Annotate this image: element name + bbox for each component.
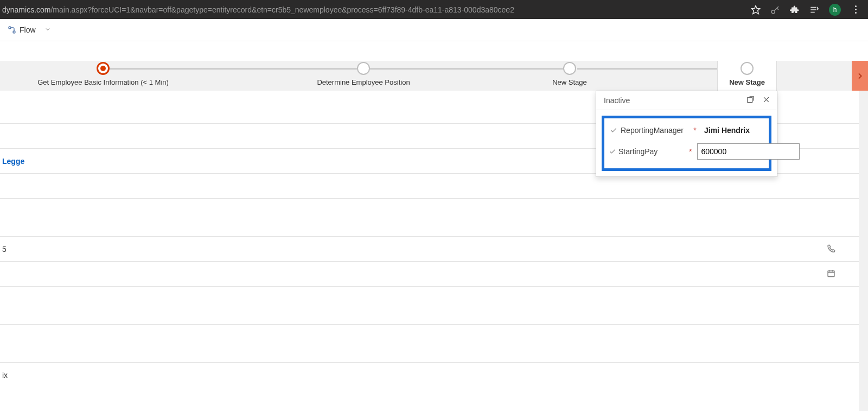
- form-row[interactable]: ix: [0, 362, 868, 387]
- calendar-icon[interactable]: [827, 269, 835, 279]
- svg-marker-0: [752, 5, 760, 14]
- address-bar[interactable]: dynamics.com/main.aspx?forceUCI=1&navbar…: [2, 5, 751, 14]
- stage-4-label: New Stage: [729, 78, 765, 86]
- trailing-fragment: ix: [2, 371, 8, 380]
- svg-point-3: [13, 31, 15, 33]
- form-row[interactable]: [0, 324, 868, 362]
- num-fragment: 5: [2, 245, 7, 254]
- flow-button[interactable]: Flow: [3, 23, 55, 36]
- browser-chrome: dynamics.com/main.aspx?forceUCI=1&navbar…: [0, 0, 868, 19]
- check-icon: [609, 127, 618, 134]
- dock-icon[interactable]: [746, 96, 755, 105]
- command-bar: Flow: [0, 19, 868, 41]
- link-fragment[interactable]: Legge: [2, 157, 24, 166]
- date-row[interactable]: [0, 261, 868, 286]
- required-asterisk: *: [691, 126, 699, 135]
- process-flow: Get Employee Basic Information (< 1 Min)…: [0, 61, 868, 91]
- stage-circle: [357, 62, 370, 75]
- reporting-manager-label: ReportingManager: [621, 126, 691, 135]
- vertical-scrollbar[interactable]: [859, 91, 868, 411]
- svg-point-1: [771, 10, 775, 13]
- key-icon[interactable]: [770, 5, 780, 15]
- stage-3-label: New Stage: [552, 78, 587, 86]
- star-icon[interactable]: [751, 5, 761, 15]
- stage-3[interactable]: New Stage: [537, 61, 602, 86]
- extensions-icon[interactable]: [790, 5, 800, 15]
- starting-pay-label: StartingPay: [618, 147, 689, 156]
- starting-pay-row[interactable]: StartingPay *: [607, 139, 767, 164]
- svg-rect-4: [748, 98, 752, 103]
- next-stage-arrow[interactable]: [852, 61, 868, 91]
- profile-avatar[interactable]: h: [829, 4, 841, 16]
- reading-list-icon[interactable]: [809, 5, 819, 15]
- check-icon: [609, 148, 616, 155]
- flyout-body: ReportingManager * Jimi Hendrix Starting…: [602, 116, 771, 171]
- stage-circle: [741, 62, 754, 75]
- stage-1[interactable]: Get Employee Basic Information (< 1 Min): [33, 61, 174, 86]
- flyout-header: Inactive: [596, 91, 777, 110]
- reporting-manager-row[interactable]: ReportingManager * Jimi Hendrix: [607, 122, 767, 139]
- kebab-menu-icon[interactable]: [851, 5, 860, 15]
- form-row[interactable]: [0, 286, 868, 324]
- chevron-down-icon: [44, 26, 51, 34]
- phone-row[interactable]: 5: [0, 236, 868, 261]
- required-asterisk: *: [689, 147, 692, 156]
- browser-actions: h: [751, 4, 864, 16]
- flow-label: Flow: [20, 26, 36, 34]
- svg-point-2: [9, 27, 11, 29]
- stage-2-label: Determine Employee Position: [317, 78, 410, 86]
- phone-icon[interactable]: [827, 244, 835, 254]
- svg-rect-7: [828, 270, 834, 276]
- url-path: /main.aspx?forceUCI=1&navbar=off&pagetyp…: [50, 5, 514, 14]
- stage-1-label: Get Employee Basic Information (< 1 Min): [37, 78, 169, 86]
- stage-2[interactable]: Determine Employee Position: [309, 61, 418, 86]
- flyout-status: Inactive: [604, 96, 630, 105]
- url-host: dynamics.com: [2, 5, 50, 14]
- profile-letter: h: [833, 6, 837, 14]
- flow-icon: [8, 26, 16, 34]
- stage-flyout: Inactive ReportingManager * Jimi Hendrix…: [596, 91, 777, 177]
- form-row[interactable]: [0, 198, 868, 236]
- reporting-manager-value: Jimi Hendrix: [699, 126, 764, 135]
- stage-4[interactable]: New Stage: [717, 61, 777, 91]
- stage-circle: [563, 62, 576, 75]
- stage-circle-active: [97, 62, 110, 75]
- close-icon[interactable]: [762, 96, 770, 105]
- starting-pay-input[interactable]: [697, 143, 800, 160]
